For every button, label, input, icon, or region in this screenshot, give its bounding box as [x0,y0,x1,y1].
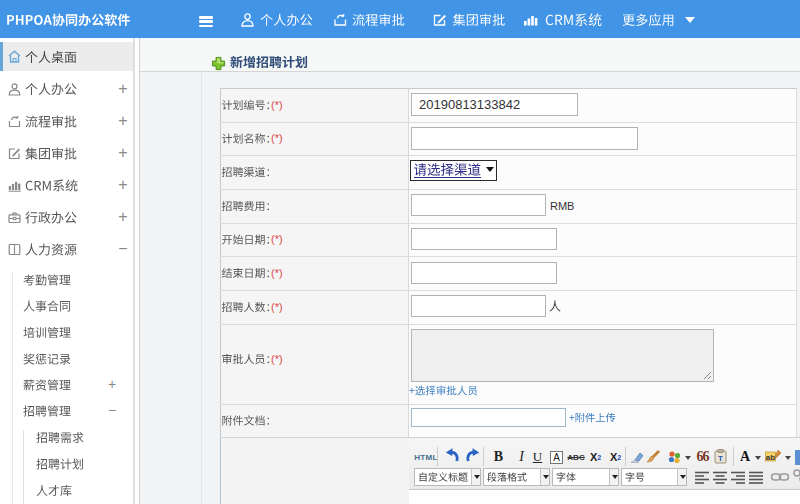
svg-text:T: T [718,454,723,463]
svg-text:ab: ab [766,453,775,462]
